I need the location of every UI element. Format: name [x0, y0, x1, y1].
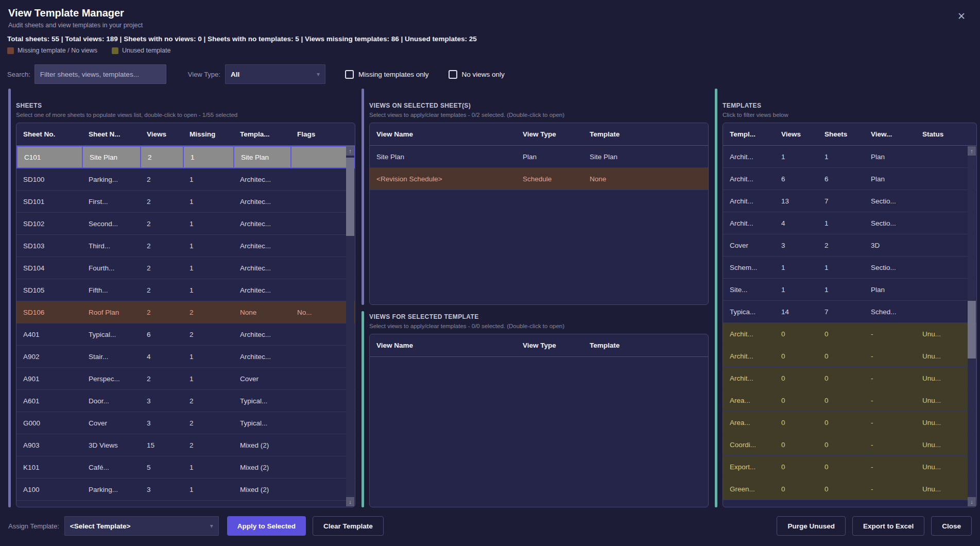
sheet-name-cell: Second... [82, 220, 140, 228]
sheet-row[interactable]: C101 Site Plan 2 1 Site Plan [16, 146, 355, 168]
column-header[interactable]: View Name [370, 130, 516, 138]
export-to-excel-button[interactable]: Export to Excel [852, 516, 924, 536]
column-header[interactable]: Missing [183, 130, 233, 138]
view-row[interactable]: Site Plan Plan Site Plan [370, 146, 708, 168]
search-input[interactable] [35, 64, 166, 84]
template-row[interactable]: Area... 0 0 - Unu... [723, 412, 976, 434]
column-header[interactable]: View... [864, 130, 916, 138]
template-row[interactable]: Archit... 1 1 Plan [723, 146, 976, 168]
template-viewtype-cell: Plan [864, 153, 916, 161]
no-views-only-checkbox[interactable]: No views only [449, 70, 505, 79]
template-row[interactable]: Area... 0 0 - Unu... [723, 389, 976, 412]
sheet-views-cell: 3 [140, 419, 183, 427]
views-on-sheet-panel: VIEWS ON SELECTED SHEET(S) Select views … [362, 89, 709, 305]
sheet-views-cell: 2 [140, 309, 183, 316]
column-header[interactable]: Templa... [233, 130, 290, 138]
sheet-missing-cell: 1 [183, 486, 233, 493]
sheet-row[interactable]: A902 Stair... 4 1 Architec... [16, 346, 355, 368]
sheet-template-cell: Cover [233, 375, 290, 383]
sheet-template-cell: Site Plan [234, 147, 291, 167]
column-header[interactable]: Templ... [723, 130, 775, 138]
sheet-no-cell: SD100 [16, 176, 82, 183]
apply-to-selected-button[interactable]: Apply to Selected [227, 516, 306, 536]
sheets-scrollbar[interactable]: ↑ ↓ [346, 146, 354, 506]
template-row[interactable]: Coordi... 0 0 - Unu... [723, 434, 976, 456]
sheet-row[interactable]: SD103 Third... 2 1 Architec... [16, 235, 355, 257]
column-header[interactable]: Sheet N... [82, 130, 140, 138]
template-views-cell: 1 [775, 286, 818, 294]
template-viewtype-cell: Sectio... [864, 264, 916, 271]
views-for-template-accent-bar [362, 311, 364, 507]
template-row[interactable]: Archit... 0 0 - Unu... [723, 367, 976, 389]
scroll-down-icon[interactable]: ↓ [346, 497, 354, 506]
column-header[interactable]: Status [916, 130, 967, 138]
view-row[interactable]: <Revision Schedule> Schedule None [370, 168, 708, 190]
sheet-row[interactable]: A903 3D Views 15 2 Mixed (2) [16, 434, 355, 456]
sheet-row[interactable]: SD101 First... 2 1 Architec... [16, 191, 355, 213]
sheet-name-cell: Perspec... [82, 375, 140, 383]
template-row[interactable]: Archit... 4 1 Sectio... [723, 212, 976, 234]
sheet-row[interactable]: A601 Door... 3 2 Typical... [16, 390, 355, 412]
missing-templates-only-checkbox[interactable]: Missing templates only [345, 70, 429, 79]
template-row[interactable]: Archit... 0 0 - Unu... [723, 323, 976, 345]
sheet-row[interactable]: SD105 Fifth... 2 1 Architec... [16, 279, 355, 301]
template-row[interactable]: Green... 0 0 - Unu... [723, 478, 976, 500]
template-row[interactable]: Cover 3 2 3D [723, 234, 976, 257]
purge-unused-button[interactable]: Purge Unused [777, 516, 846, 536]
clear-template-button[interactable]: Clear Template [313, 516, 384, 536]
panels-region: SHEETS Select one of more sheets to popu… [8, 89, 977, 507]
sheet-row[interactable]: A100 Parking... 3 1 Mixed (2) [16, 479, 355, 501]
column-header[interactable]: Sheets [818, 130, 864, 138]
column-header[interactable]: View Type [516, 342, 583, 349]
sheet-row[interactable]: SD106 Roof Plan 2 2 None No... [16, 301, 355, 323]
sheet-no-cell: A902 [16, 353, 82, 361]
sheet-template-cell: Mixed (2) [233, 441, 290, 449]
sheet-row[interactable]: SD104 Fourth... 2 1 Architec... [16, 257, 355, 279]
template-row[interactable]: Site... 1 1 Plan [723, 279, 976, 301]
sheet-no-cell: A903 [16, 441, 82, 449]
sheet-row[interactable]: SD102 Second... 2 1 Architec... [16, 213, 355, 235]
column-header[interactable]: Views [140, 130, 183, 138]
column-header[interactable]: Sheet No. [16, 130, 82, 138]
scrollbar-thumb[interactable] [346, 158, 354, 236]
templates-panel-subtitle: Click to filter views below [723, 112, 977, 118]
sheet-missing-cell: 1 [183, 264, 233, 272]
column-header[interactable]: Flags [290, 130, 346, 138]
column-header[interactable]: View Type [516, 130, 583, 138]
template-name-cell: Typica... [723, 308, 775, 316]
column-header[interactable]: Template [583, 342, 705, 349]
column-header[interactable]: Views [775, 130, 818, 138]
template-row[interactable]: Archit... 0 0 - Unu... [723, 345, 976, 367]
templates-accent-bar [715, 89, 717, 507]
template-row[interactable]: Typica... 14 7 Sched... [723, 301, 976, 323]
scroll-down-icon[interactable]: ↓ [968, 497, 976, 506]
scrollbar-thumb[interactable] [968, 301, 976, 359]
template-row[interactable]: Archit... 13 7 Sectio... [723, 190, 976, 212]
column-header[interactable]: Template [583, 130, 705, 138]
sheet-row[interactable]: SD100 Parking... 2 1 Architec... [16, 168, 355, 191]
sheet-row[interactable]: K101 Café... 5 1 Mixed (2) [16, 456, 355, 479]
sheet-name-cell: Parking... [82, 176, 140, 183]
template-views-cell: 4 [775, 219, 818, 227]
sheet-row[interactable]: G000 Cover 3 2 Typical... [16, 412, 355, 434]
template-row[interactable]: Export... 0 0 - Unu... [723, 456, 976, 478]
sheet-flags-cell [290, 334, 346, 335]
templates-scrollbar[interactable]: ↑ ↓ [968, 146, 976, 506]
close-button[interactable]: Close [931, 516, 972, 536]
scroll-up-icon[interactable]: ↑ [968, 146, 976, 156]
template-sheets-cell: 0 [818, 352, 864, 360]
template-row[interactable]: Archit... 6 6 Plan [723, 168, 976, 190]
sheet-missing-cell: 2 [183, 441, 233, 449]
view-type-select[interactable]: All ▾ [225, 64, 325, 84]
sheet-no-cell: SD102 [16, 220, 82, 228]
sheet-row[interactable]: A901 Perspec... 2 1 Cover [16, 368, 355, 390]
sheet-no-cell: SD106 [16, 309, 82, 316]
close-icon[interactable]: ✕ [957, 11, 966, 21]
template-row[interactable]: Schem... 1 1 Sectio... [723, 257, 976, 279]
column-header[interactable]: View Name [370, 342, 516, 349]
assign-template-select[interactable]: <Select Template> ▾ [64, 516, 219, 536]
template-views-cell: 0 [775, 441, 818, 449]
scroll-up-icon[interactable]: ↑ [346, 146, 354, 156]
sheet-flags-cell [290, 379, 346, 379]
sheet-row[interactable]: A401 Typical... 6 2 Architec... [16, 323, 355, 346]
